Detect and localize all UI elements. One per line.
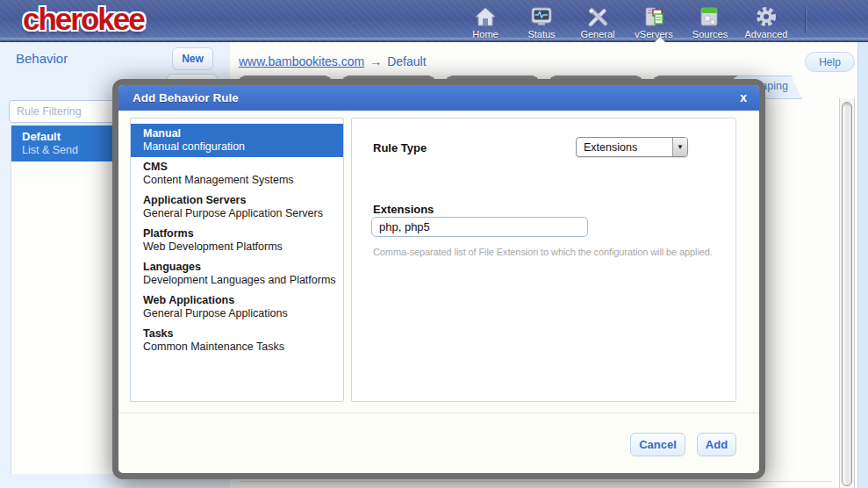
category-tasks[interactable]: Tasks Common Maintenance Tasks [131,324,343,357]
advanced-gear-icon [755,4,778,27]
top-navigation-bar: cherokee Home Status [0,0,868,42]
general-tools-icon [586,4,609,27]
nav-item-general[interactable]: General [570,4,626,39]
close-icon[interactable]: x [740,90,747,105]
add-behavior-rule-dialog: Add Behavior Rule x Manual Manual config… [112,79,765,479]
extensions-input[interactable] [371,217,588,237]
nav-item-home[interactable]: Home [457,4,513,39]
nav-item-vservers[interactable]: vServers [626,4,682,39]
chevron-down-icon: ▼ [672,138,687,156]
status-icon [530,4,553,27]
rule-form-panel: Rule Type Extensions ▼ Extensions Comma-… [351,118,736,402]
extensions-label: Extensions [373,203,434,216]
breadcrumb-current-page: Default [387,54,426,68]
cancel-button[interactable]: Cancel [630,433,685,456]
category-manual[interactable]: Manual Manual configuration [131,124,343,157]
breadcrumb-site-link[interactable]: www.bambookites.com [239,54,364,68]
category-languages[interactable]: Languages Development Languages and Plat… [131,257,343,291]
rule-type-select[interactable]: Extensions ▼ [576,137,688,157]
add-button[interactable]: Add [697,433,736,456]
vservers-icon [642,4,665,27]
main-nav: Home Status General [457,4,794,39]
content-divider-line [240,481,832,482]
new-rule-button[interactable]: New [172,47,213,70]
sidebar-title: Behavior [16,51,68,66]
save-link[interactable]: Save [816,7,841,19]
cherokee-logo: cherokee [23,2,144,37]
nav-divider [805,7,806,33]
breadcrumb: www.bambookites.com→Default [239,54,427,68]
dialog-titlebar: Add Behavior Rule x [118,85,759,111]
category-web-applications[interactable]: Web Applications General Purpose Applica… [131,291,343,324]
category-platforms[interactable]: Platforms Web Development Platforms [131,224,343,257]
nav-item-status[interactable]: Status [513,4,570,39]
home-icon [474,4,497,27]
dialog-title: Add Behavior Rule [133,91,239,104]
page-right-strip [857,42,868,488]
category-application-servers[interactable]: Application Servers General Purpose Appl… [131,190,343,224]
help-button[interactable]: Help [805,52,855,72]
rule-category-list: Manual Manual configuration CMS Content … [130,118,344,402]
nav-item-sources[interactable]: Sources [682,4,738,39]
extensions-help-text: Comma-separated list of File Extension t… [373,247,713,257]
sources-icon [699,4,721,27]
dialog-footer-divider [118,413,759,413]
breadcrumb-arrow: → [369,54,382,68]
rule-type-label: Rule Type [373,141,427,154]
nav-item-advanced[interactable]: Advanced [738,4,794,39]
scrollbar-thumb[interactable] [842,102,852,486]
category-cms[interactable]: CMS Content Management Systems [131,157,343,190]
vertical-scrollbar [839,98,855,488]
rule-type-selected-value: Extensions [584,141,672,154]
